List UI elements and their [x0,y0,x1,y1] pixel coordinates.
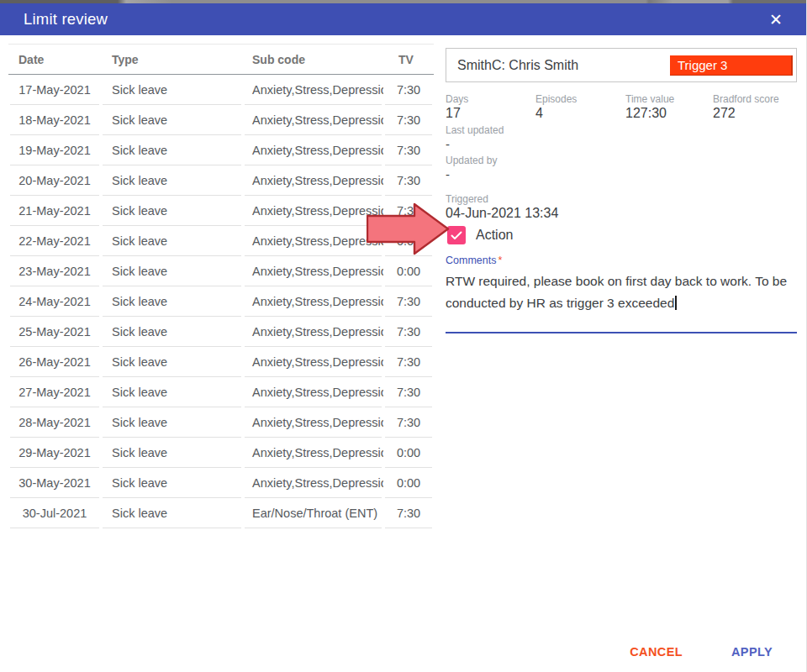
table-row: 24-May-2021 Sick leave Anxiety,Stress,De… [8,286,434,317]
employee-name: SmithC: Chris Smith [457,58,578,73]
absence-table: Date Type Sub code TV 17-May-2021 Sick l… [8,44,434,528]
cell-date: 30-Jul-2021 [8,498,101,528]
comments-label: Comments* [446,255,797,266]
stat-label: Days [446,93,535,105]
apply-button[interactable]: APPLY [731,645,773,659]
cell-tv: 7:30 [383,317,434,347]
cell-subcode: Anxiety,Stress,Depression [243,377,383,407]
triggered-value: 04-Jun-2021 13:34 [446,205,797,221]
stat-value: 272 [713,105,797,122]
cancel-button[interactable]: CANCEL [630,645,683,659]
stat-days: Days 17 [446,93,535,122]
comments-label-text: Comments [446,255,496,266]
cell-tv: 0:00 [383,256,434,286]
cell-tv: 7:30 [383,407,434,438]
table-row: 22-May-2021 Sick leave Anxiety,Stress,De… [8,226,434,256]
cell-type: Sick leave [101,165,243,196]
comments-input[interactable]: RTW required, please book on first day b… [446,270,797,333]
cell-date: 28-May-2021 [8,407,101,438]
cell-tv: 7:30 [383,196,434,226]
stat-value: 127:30 [625,105,713,122]
cell-date: 24-May-2021 [8,286,101,317]
cell-type: Sick leave [101,196,243,226]
review-detail-panel: SmithC: Chris Smith Trigger 3 Days 17 Ep… [446,48,797,333]
table-header-row: Date Type Sub code TV [8,45,434,75]
table-row: 17-May-2021 Sick leave Anxiety,Stress,De… [8,75,434,105]
cell-type: Sick leave [101,468,243,498]
cell-date: 18-May-2021 [8,105,101,135]
column-header-subcode: Sub code [243,45,383,75]
stat-label: Bradford score [713,93,797,105]
cell-subcode: Anxiety,Stress,Depression [243,196,383,226]
dialog-titlebar: Limit review ✕ [0,3,806,35]
cell-date: 19-May-2021 [8,135,101,165]
stat-label: Episodes [535,93,625,105]
cell-type: Sick leave [101,377,243,407]
cell-type: Sick leave [101,135,243,165]
dialog-title: Limit review [24,10,108,29]
cell-subcode: Ear/Nose/Throat (ENT) [243,498,383,528]
cell-date: 26-May-2021 [8,347,101,377]
cell-tv: 7:30 [383,165,434,196]
cell-tv: 0:00 [383,468,434,498]
triggered-field: Triggered 04-Jun-2021 13:34 [446,193,797,221]
column-header-tv: TV [383,45,434,75]
cell-tv: 0:00 [383,226,434,256]
cell-subcode: Anxiety,Stress,Depression [243,317,383,347]
updated-by-label: Updated by [446,155,797,166]
cell-subcode: Anxiety,Stress,Depression [243,407,383,438]
stat-bradford-score: Bradford score 272 [713,93,797,122]
column-header-date: Date [8,45,101,75]
dialog-footer: CANCEL APPLY [630,645,773,659]
table-body: 17-May-2021 Sick leave Anxiety,Stress,De… [8,75,434,528]
cell-date: 17-May-2021 [8,75,101,105]
table-row: 20-May-2021 Sick leave Anxiety,Stress,De… [8,165,434,196]
table-row: 29-May-2021 Sick leave Anxiety,Stress,De… [8,438,434,468]
cell-subcode: Anxiety,Stress,Depression [243,286,383,317]
stat-episodes: Episodes 4 [535,93,625,122]
action-checkbox[interactable] [447,226,466,244]
cell-date: 20-May-2021 [8,165,101,196]
cell-tv: 7:30 [383,377,434,407]
cell-type: Sick leave [101,226,243,256]
cell-subcode: Anxiety,Stress,Depression [243,256,383,286]
cell-date: 22-May-2021 [8,226,101,256]
cell-subcode: Anxiety,Stress,Depression [243,105,383,135]
cell-tv: 7:30 [383,347,434,377]
table-row: 30-Jul-2021 Sick leave Ear/Nose/Throat (… [8,498,434,528]
last-updated-label: Last updated [446,124,797,136]
last-updated-value: - [446,136,797,152]
cell-type: Sick leave [101,256,243,286]
cell-tv: 7:30 [383,75,434,105]
cell-type: Sick leave [101,438,243,468]
cell-tv: 7:30 [383,105,434,135]
cell-tv: 7:30 [383,135,434,165]
cell-type: Sick leave [101,407,243,438]
action-row: Action [446,224,797,246]
employee-box: SmithC: Chris Smith Trigger 3 [446,48,797,82]
cell-subcode: Anxiety,Stress,Depression [243,468,383,498]
stat-label: Time value [625,93,713,105]
stat-value: 4 [535,105,625,122]
cell-type: Sick leave [101,105,243,135]
cell-type: Sick leave [101,286,243,317]
cell-date: 27-May-2021 [8,377,101,407]
table-row: 23-May-2021 Sick leave Anxiety,Stress,De… [8,256,434,286]
cell-subcode: Anxiety,Stress,Depression [243,165,383,196]
close-icon[interactable]: ✕ [766,10,786,29]
cell-date: 30-May-2021 [8,468,101,498]
triggered-label: Triggered [446,193,797,205]
cell-date: 23-May-2021 [8,256,101,286]
action-checkbox-label[interactable]: Action [476,228,513,243]
table-row: 19-May-2021 Sick leave Anxiety,Stress,De… [8,135,434,165]
cell-tv: 0:00 [383,438,434,468]
comments-section: Comments* RTW required, please book on f… [446,255,797,333]
absence-table-area: Date Type Sub code TV 17-May-2021 Sick l… [8,44,434,528]
cell-type: Sick leave [101,498,243,528]
table-row: 25-May-2021 Sick leave Anxiety,Stress,De… [8,317,434,347]
cell-tv: 7:30 [383,498,434,528]
limit-review-dialog: Limit review ✕ Date Type Sub code TV 17-… [0,0,807,672]
cell-tv: 7:30 [383,286,434,317]
table-row: 30-May-2021 Sick leave Anxiety,Stress,De… [8,468,434,498]
cell-subcode: Anxiety,Stress,Depression [243,226,383,256]
